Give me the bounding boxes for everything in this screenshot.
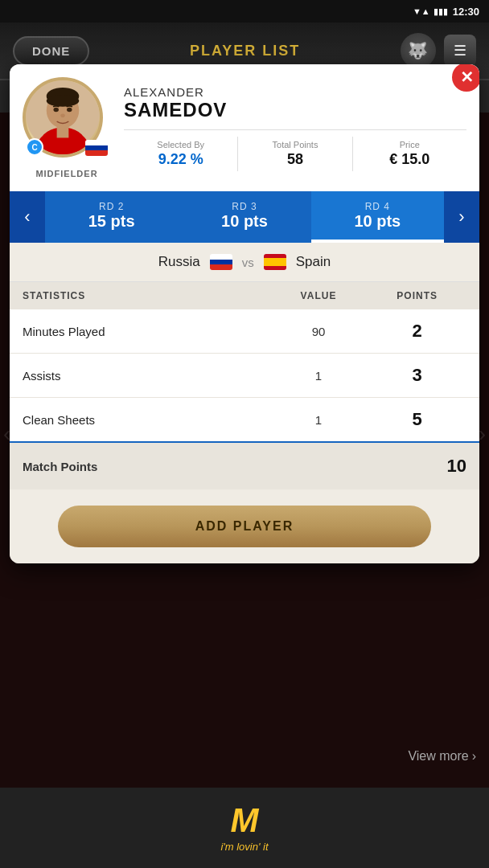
stats-table: STATISTICS VALUE POINTS Minutes Played 9…: [10, 282, 479, 441]
svg-point-8: [67, 108, 72, 113]
total-points-value: 58: [244, 151, 345, 168]
home-team: Russia: [158, 254, 200, 270]
stat-pts-0: 2: [368, 321, 466, 342]
view-more-text: View more: [408, 749, 468, 764]
player-first-name: ALEXANDER: [124, 85, 466, 99]
stat-name-0: Minutes Played: [23, 325, 269, 338]
rounds-container: RD 2 15 pts RD 3 10 pts RD 4 10 pts: [45, 191, 444, 243]
match-pts-label: Match Points: [23, 460, 447, 473]
nav-icons: 🐺 ☰: [401, 33, 476, 68]
right-arrow[interactable]: ›: [479, 421, 486, 447]
selected-by-label: Selected By: [130, 140, 231, 149]
mcdonalds-tagline: i'm lovin' it: [220, 841, 268, 853]
signal-icon: ▼▲: [413, 6, 430, 16]
svg-point-7: [54, 108, 59, 113]
rounds-tabs: ‹ RD 2 15 pts RD 3 10 pts RD 4 10 pts ›: [10, 191, 479, 243]
round-3-label: RD 4: [365, 201, 390, 212]
round-2-pts: 10 pts: [221, 212, 268, 231]
header-statistics: STATISTICS: [23, 290, 269, 301]
price-value: € 15.0: [360, 151, 460, 168]
spain-flag-sm: [264, 254, 286, 270]
wolf-icon: 🐺: [401, 33, 436, 68]
stat-row-0: Minutes Played 90 2: [10, 309, 479, 354]
round-tab-3[interactable]: RD 4 10 pts: [311, 191, 444, 243]
svg-point-6: [47, 95, 79, 107]
stat-pts-2: 5: [368, 409, 466, 430]
selected-by-cell: Selected By 9.22 %: [124, 137, 238, 171]
view-more-bar[interactable]: View more ›: [408, 749, 476, 764]
flag-badge: [85, 140, 108, 156]
player-info: ALEXANDER SAMEDOV Selected By 9.22 % Tot…: [124, 85, 466, 171]
add-player-section: ADD PLAYER: [10, 489, 479, 563]
stat-row-1: Assists 1 3: [10, 354, 479, 398]
match-info: Russia vs Spain: [10, 243, 479, 282]
status-icons: ▼▲ ▮▮▮: [413, 6, 448, 17]
away-team: Spain: [296, 254, 331, 270]
round-1-pts: 15 pts: [88, 212, 135, 231]
selected-by-value: 9.22 %: [130, 151, 231, 168]
player-stats-row: Selected By 9.22 % Total Points 58 Price…: [124, 129, 466, 171]
status-time: 12:30: [453, 6, 479, 18]
round-tab-2[interactable]: RD 3 10 pts: [178, 191, 310, 243]
player-avatar: C: [23, 77, 111, 166]
stat-val-2: 1: [269, 413, 368, 427]
view-more-arrow: ›: [472, 749, 476, 764]
battery-icon: ▮▮▮: [434, 6, 448, 17]
nav-title: PLAYER LIST: [190, 43, 300, 59]
done-button[interactable]: DONE: [13, 36, 89, 66]
round-3-pts: 10 pts: [354, 212, 401, 231]
price-label: Price: [360, 140, 460, 149]
rounds-prev-button[interactable]: ‹: [10, 191, 45, 243]
status-bar: ▼▲ ▮▮▮ 12:30: [0, 0, 489, 23]
captain-badge: C: [26, 138, 43, 156]
player-last-name: SAMEDOV: [124, 99, 466, 121]
stat-name-2: Clean Sheets: [23, 413, 269, 427]
player-header: C MIDFIELDER ALEXANDER SAMEDOV Selected …: [10, 64, 479, 191]
close-button[interactable]: ✕: [452, 64, 479, 92]
player-position: MIDFIELDER: [35, 169, 97, 178]
total-points-cell: Total Points 58: [238, 137, 352, 171]
match-pts-value: 10: [447, 456, 466, 477]
vs-text: vs: [242, 256, 254, 269]
mcdonalds-banner: M i'm lovin' it: [0, 788, 489, 868]
total-points-label: Total Points: [244, 140, 345, 149]
stat-name-1: Assists: [23, 369, 269, 383]
mcdonalds-arch: M: [231, 804, 259, 837]
stat-val-1: 1: [269, 369, 368, 383]
svg-point-9: [60, 114, 65, 118]
player-modal: ✕: [10, 64, 479, 563]
round-1-label: RD 2: [99, 201, 124, 212]
stat-row-2: Clean Sheets 1 5: [10, 398, 479, 441]
stat-val-0: 90: [269, 325, 368, 338]
round-2-label: RD 3: [232, 201, 257, 212]
stats-table-header: STATISTICS VALUE POINTS: [10, 282, 479, 309]
add-player-button[interactable]: ADD PLAYER: [58, 506, 431, 547]
round-tab-1[interactable]: RD 2 15 pts: [45, 191, 178, 243]
header-value: VALUE: [269, 290, 368, 301]
stat-pts-1: 3: [368, 365, 466, 386]
header-points: POINTS: [368, 290, 466, 301]
price-cell: Price € 15.0: [353, 137, 466, 171]
match-points-row: Match Points 10: [10, 441, 479, 489]
rounds-next-button[interactable]: ›: [444, 191, 479, 243]
russia-flag-sm: [210, 254, 232, 270]
menu-icon[interactable]: ☰: [444, 35, 476, 67]
